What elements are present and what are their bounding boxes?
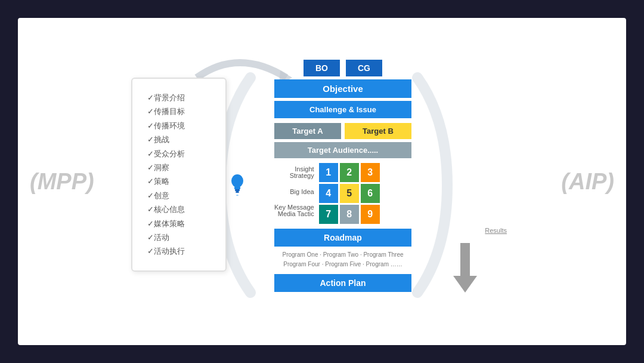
svg-point-9 — [236, 195, 239, 196]
grid-cell-1: 1 — [319, 163, 338, 182]
checklist-item: ✓活动执行 — [147, 244, 210, 258]
checklist-item: ✓创意 — [147, 189, 210, 202]
checklist-item: ✓传播目标 — [147, 104, 210, 118]
roadmap-bar: Roadmap — [274, 229, 411, 247]
grid-cell-4: 4 — [319, 184, 338, 203]
checklist-item: ✓策略 — [147, 174, 210, 188]
target-row: Target A Target B — [274, 123, 411, 139]
grid-cell-9: 9 — [361, 205, 380, 224]
results-label: Results — [485, 227, 507, 234]
svg-rect-6 — [234, 187, 240, 189]
challenge-bar: Challenge & Issue — [274, 101, 411, 118]
grid-cell-8: 8 — [340, 205, 359, 224]
checklist-item: ✓活动 — [147, 230, 210, 244]
programs-text: Program One · Program Two · Program Thre… — [274, 250, 411, 269]
checklist-item: ✓洞察 — [147, 161, 210, 174]
checklist-item: ✓媒体策略 — [147, 217, 210, 230]
target-a-box: Target A — [274, 123, 341, 139]
grid-cell-5: 5 — [340, 184, 359, 203]
target-audience-bar: Target Audience..... — [274, 142, 411, 158]
bo-box: BO — [304, 60, 340, 76]
mpp-label: (MPP) — [30, 169, 94, 195]
results-section: Results — [485, 227, 507, 236]
objective-bar: Objective — [274, 79, 411, 98]
lightbulb-icon — [228, 173, 246, 196]
checklist-item: ✓核心信息 — [147, 202, 210, 216]
grid-cell-7: 7 — [319, 205, 338, 224]
big-idea-label: Big Idea — [274, 182, 314, 201]
grid-cell-2: 2 — [340, 163, 359, 182]
checklist-item: ✓传播环境 — [147, 119, 210, 133]
checklist-item: ✓受众分析 — [147, 147, 210, 161]
key-message-label: Key MessageMedia Tactic — [274, 201, 314, 220]
bo-cg-row: BO CG — [274, 60, 411, 76]
checklist-item: ✓背景介绍 — [147, 91, 210, 104]
grid-cell-3: 3 — [361, 163, 380, 182]
svg-rect-8 — [236, 191, 239, 193]
aip-label: (AIP) — [561, 169, 614, 195]
cg-box: CG — [346, 60, 382, 76]
insight-label: InsightStrategy — [274, 163, 314, 182]
target-b-box: Target B — [345, 123, 411, 139]
checklist-items: ✓背景介绍✓传播目标✓传播环境✓挑战✓受众分析✓洞察✓策略✓创意✓核心信息✓媒体… — [147, 91, 210, 259]
action-plan-bar: Action Plan — [274, 274, 411, 292]
checklist-panel: ✓背景介绍✓传播目标✓传播环境✓挑战✓受众分析✓洞察✓策略✓创意✓核心信息✓媒体… — [131, 78, 227, 272]
svg-point-5 — [231, 174, 243, 187]
grid-labels: InsightStrategy Big Idea Key MessageMedi… — [274, 163, 314, 220]
grid-cell-6: 6 — [361, 184, 380, 203]
grid-section: InsightStrategy Big Idea Key MessageMedi… — [274, 163, 411, 224]
center-content: BO CG Objective Challenge & Issue Target… — [274, 60, 411, 292]
svg-rect-7 — [235, 189, 240, 191]
grid-numbers: 123456789 — [319, 163, 380, 224]
checklist-item: ✓挑战 — [147, 133, 210, 146]
